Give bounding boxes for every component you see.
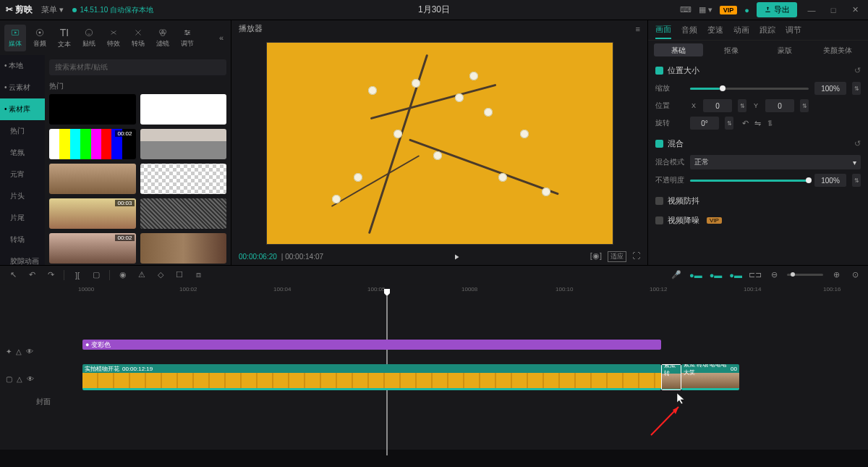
freeze-tool[interactable]: ⚠ xyxy=(136,269,148,281)
cat-lantern[interactable]: 元宵 xyxy=(0,164,45,185)
cat-outro[interactable]: 片尾 xyxy=(0,207,45,229)
subtab-mask[interactable]: 蒙版 xyxy=(760,43,809,56)
toggle-2[interactable]: ●▬ xyxy=(710,271,723,279)
playhead[interactable] xyxy=(384,289,390,296)
video-clip-selected[interactable]: 素瓜 转 xyxy=(661,364,681,390)
close-button[interactable]: ✕ xyxy=(848,3,862,17)
cat-local[interactable]: • 本地 xyxy=(0,55,45,77)
denoise-checkbox[interactable] xyxy=(655,216,663,224)
cloud-icon[interactable]: ● xyxy=(744,6,749,14)
record-tool[interactable]: ◉ xyxy=(117,269,129,281)
prop-tab-adjust[interactable]: 调节 xyxy=(786,22,801,38)
toggle-3[interactable]: ●▬ xyxy=(729,271,742,279)
opacity-slider[interactable] xyxy=(690,180,809,182)
rotate-left-icon[interactable]: ↶ xyxy=(742,119,749,128)
collapse-panel-button[interactable]: « xyxy=(216,30,226,45)
asset-thumbnail[interactable] xyxy=(49,164,136,194)
zoom-out-button[interactable]: ⊖ xyxy=(768,269,780,281)
prop-tab-picture[interactable]: 画面 xyxy=(655,21,671,39)
flip-h-icon[interactable]: ⇋ xyxy=(754,119,761,128)
pos-x-input[interactable]: 0 xyxy=(703,99,732,112)
asset-thumbnail[interactable]: 00:02 xyxy=(49,129,136,159)
tool-tab-media[interactable]: 媒体 xyxy=(4,25,26,51)
tool-tab-transition[interactable]: 转场 xyxy=(127,25,149,51)
scale-slider[interactable] xyxy=(690,88,809,90)
cat-film-anim[interactable]: 胶隙动画 xyxy=(0,251,45,265)
prop-tab-track[interactable]: 跟踪 xyxy=(760,22,775,38)
shortcut-icon[interactable]: ⌨ xyxy=(680,5,692,14)
tool-tab-audio[interactable]: 音频 xyxy=(29,25,51,51)
export-button[interactable]: 导出 xyxy=(757,2,797,17)
rotation-input[interactable]: 0° xyxy=(690,117,719,130)
toggle-1[interactable]: ●▬ xyxy=(689,271,702,279)
fit-button[interactable]: ⊙ xyxy=(849,269,861,281)
crop-tool[interactable]: ☐ xyxy=(174,269,185,281)
fx-track-head[interactable]: ✦△👁 xyxy=(0,348,56,355)
scale-value[interactable]: 100% xyxy=(814,82,846,95)
scale-stepper[interactable]: ⇅ xyxy=(852,82,861,95)
asset-thumbnail[interactable] xyxy=(49,94,136,125)
ratio-button[interactable]: 适应 xyxy=(608,251,626,262)
play-button[interactable] xyxy=(452,253,461,261)
minimize-button[interactable]: — xyxy=(804,3,819,17)
player-menu-button[interactable]: ≡ xyxy=(636,25,640,33)
subtab-beauty[interactable]: 美颜美体 xyxy=(814,43,863,56)
menu-dropdown[interactable]: 菜单 ▾ xyxy=(41,4,64,15)
asset-thumbnail[interactable]: 00:03 xyxy=(49,198,136,229)
stab-checkbox[interactable] xyxy=(655,197,663,205)
opacity-value[interactable]: 100% xyxy=(814,174,846,187)
video-clip-main[interactable]: 实拍植物开花00:00:12:19 xyxy=(82,364,661,390)
fullscreen-button[interactable]: ⛶ xyxy=(632,251,640,262)
reset-icon[interactable]: ↺ xyxy=(854,66,861,75)
snap-icon[interactable]: ⊏⊐ xyxy=(749,269,761,281)
video-track-head[interactable]: ▢△👁 xyxy=(0,375,56,383)
vip-badge[interactable]: VIP xyxy=(720,6,738,14)
cat-hot[interactable]: 热门 xyxy=(0,120,45,142)
layout-icon[interactable]: ▦ ▾ xyxy=(699,5,712,14)
maximize-button[interactable]: □ xyxy=(826,3,841,17)
cat-library[interactable]: • 素材库 xyxy=(0,98,45,120)
blend-checkbox[interactable] xyxy=(655,140,663,148)
flip-v-icon[interactable]: ⥮ xyxy=(767,119,773,128)
asset-thumbnail[interactable] xyxy=(140,129,227,159)
fx-clip[interactable]: ● 变彩色 xyxy=(82,340,661,350)
tool-tab-adjust[interactable]: 调节 xyxy=(176,25,198,51)
zoom-in-button[interactable]: ⊕ xyxy=(830,269,842,281)
cover-label[interactable]: 封面 xyxy=(0,397,56,407)
visible-icon[interactable]: 👁 xyxy=(26,348,33,355)
reset-icon[interactable]: ↺ xyxy=(854,139,861,148)
cat-cloud[interactable]: • 云素材 xyxy=(0,77,45,98)
asset-thumbnail[interactable] xyxy=(140,94,227,125)
visible-icon[interactable]: 👁 xyxy=(27,375,34,383)
asset-thumbnail[interactable] xyxy=(140,198,227,229)
mic-icon[interactable]: 🎤 xyxy=(671,269,682,281)
prop-tab-speed[interactable]: 变速 xyxy=(707,22,723,38)
delete-tool[interactable]: ▢ xyxy=(90,269,102,281)
tool-tab-effects[interactable]: 特效 xyxy=(103,25,124,51)
asset-thumbnail[interactable] xyxy=(140,164,227,194)
scale-original-button[interactable]: [◉] xyxy=(590,251,602,262)
search-input[interactable]: 搜索素材库/贴纸 xyxy=(49,59,226,75)
tool-tab-filter[interactable]: 滤镜 xyxy=(152,25,174,51)
prop-tab-audio[interactable]: 音频 xyxy=(681,22,697,38)
mirror-tool[interactable]: ⧈ xyxy=(192,269,204,281)
tool-tab-sticker[interactable]: 贴纸 xyxy=(78,25,100,51)
prop-tab-anim[interactable]: 动画 xyxy=(733,22,749,38)
cat-intro[interactable]: 片头 xyxy=(0,185,45,207)
subtab-basic[interactable]: 基础 xyxy=(654,43,703,56)
undo-button[interactable]: ↶ xyxy=(26,269,38,281)
lock-icon[interactable]: △ xyxy=(16,348,22,355)
video-clip-3[interactable]: 素瓜 转场 哈哈哈大笑00 xyxy=(681,364,739,390)
tool-tab-text[interactable]: TI文本 xyxy=(54,24,75,52)
zoom-slider[interactable] xyxy=(787,274,823,276)
blend-mode-dropdown[interactable]: 正常▾ xyxy=(690,155,861,169)
redo-button[interactable]: ↷ xyxy=(45,269,56,281)
pos-y-input[interactable]: 0 xyxy=(765,99,794,112)
video-preview[interactable] xyxy=(266,42,613,245)
select-tool[interactable]: ↖ xyxy=(7,269,19,281)
lock-icon[interactable]: △ xyxy=(17,375,22,383)
timeline-ruler[interactable]: 10000 100:02 100:04 100:05 10008 100:10 … xyxy=(56,285,868,298)
reverse-tool[interactable]: ◇ xyxy=(155,269,166,281)
split-tool[interactable]: ]​[ xyxy=(72,269,83,281)
cat-atmosphere[interactable]: 笔氛 xyxy=(0,142,45,164)
